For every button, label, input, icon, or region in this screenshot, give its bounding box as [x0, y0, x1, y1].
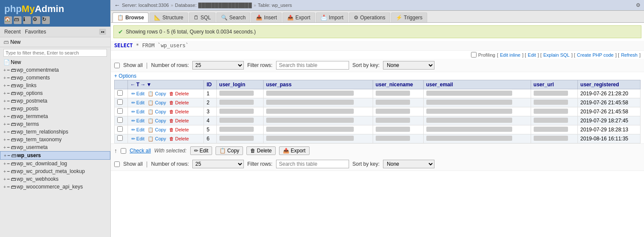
- create-php-code-link[interactable]: Create PHP code: [577, 52, 614, 58]
- minus-icon[interactable]: −: [7, 184, 10, 190]
- show-all-checkbox-top[interactable]: [114, 63, 120, 68]
- sidebar-item-wp-options[interactable]: +− 🗃 wp_options: [0, 89, 110, 97]
- edit-button[interactable]: ✏ Edit: [131, 100, 146, 106]
- expand-icon[interactable]: +: [3, 106, 6, 111]
- gear-icon[interactable]: ⚙: [636, 2, 641, 8]
- minus-icon[interactable]: −: [7, 144, 10, 150]
- tab-insert[interactable]: 📥 Insert: [251, 12, 282, 22]
- filter-rows-input-bottom[interactable]: [276, 160, 349, 168]
- profiling-checkbox[interactable]: [471, 52, 477, 58]
- scroll-up-icon[interactable]: ↑: [114, 147, 117, 154]
- delete-button[interactable]: 🗑 Delete: [168, 109, 190, 114]
- sidebar-item-wp-posts[interactable]: +− 🗃 wp_posts: [0, 105, 110, 112]
- minus-icon[interactable]: −: [7, 129, 10, 135]
- check-all-checkbox[interactable]: [121, 148, 126, 154]
- expand-icon[interactable]: +: [3, 91, 6, 96]
- expand-icon[interactable]: +: [3, 177, 6, 182]
- th-user-login[interactable]: user_login: [216, 80, 263, 89]
- row-checkbox[interactable]: [117, 90, 123, 96]
- breadcrumb-db-value[interactable]: ████████████████: [198, 3, 252, 8]
- edit-button[interactable]: ✏ Edit: [131, 91, 146, 97]
- minus-icon[interactable]: −: [7, 75, 10, 81]
- tab-export[interactable]: 📤 Export: [283, 12, 315, 22]
- expand-icon[interactable]: +: [3, 114, 6, 119]
- breadcrumb-table[interactable]: Table: wp_users: [258, 3, 292, 8]
- minus-icon[interactable]: −: [7, 67, 10, 73]
- minus-icon[interactable]: −: [7, 90, 10, 96]
- recent-link[interactable]: Recent: [4, 29, 21, 35]
- sidebar-item-wp-links[interactable]: +− 🗃 wp_links: [0, 82, 110, 89]
- tab-search[interactable]: 🔍 Search: [216, 12, 250, 22]
- edit-button[interactable]: ✏ Edit: [131, 109, 146, 115]
- delete-button[interactable]: 🗑 Delete: [168, 100, 190, 105]
- sort-by-key-select-bottom[interactable]: None PRIMARY: [383, 160, 434, 168]
- sidebar-item-new[interactable]: 📄 New: [0, 58, 110, 66]
- back-button[interactable]: ←: [114, 2, 120, 9]
- edit-link[interactable]: Edit: [528, 52, 536, 58]
- expand-icon[interactable]: +: [3, 161, 6, 166]
- sidebar-item-wp-users[interactable]: +− 🗃 wp_users: [0, 151, 110, 160]
- minus-icon[interactable]: −: [7, 121, 10, 127]
- sidebar-item-wp-postmeta[interactable]: +− 🗃 wp_postmeta: [0, 97, 110, 105]
- check-all-link[interactable]: Check all: [130, 148, 151, 154]
- sidebar-item-wp-woocommerce-api-keys[interactable]: +− 🗃 wp_woocommerce_api_keys: [0, 183, 110, 191]
- minus-icon[interactable]: −: [7, 137, 10, 143]
- sidebar-item-wp-wc-product-meta-lookup[interactable]: +− 🗃 wp_wc_product_meta_lookup: [0, 167, 110, 175]
- minus-icon[interactable]: −: [7, 98, 10, 104]
- tab-triggers[interactable]: ⚡ Triggers: [391, 12, 428, 22]
- sidebar-item-wp-usermeta[interactable]: +− 🗃 wp_usermeta: [0, 143, 110, 151]
- tab-sql[interactable]: 🗒 SQL: [189, 12, 216, 22]
- tab-browse[interactable]: 📋 Browse: [112, 12, 149, 22]
- edit-button[interactable]: ✏ Edit: [131, 136, 146, 142]
- show-all-checkbox-bottom[interactable]: [114, 161, 120, 167]
- minus-icon[interactable]: −: [7, 113, 10, 119]
- bottom-copy-button[interactable]: 📋 Copy: [216, 146, 243, 155]
- sidebar-item-wp-wc-webhooks[interactable]: +− 🗃 wp_wc_webhooks: [0, 175, 110, 183]
- expand-icon[interactable]: +: [3, 130, 6, 134]
- delete-button[interactable]: 🗑 Delete: [168, 127, 190, 132]
- th-user-nicename[interactable]: user_nicename: [373, 80, 423, 89]
- sidebar-item-wp-comments[interactable]: +− 🗃 wp_comments: [0, 74, 110, 82]
- th-id[interactable]: ID: [204, 80, 216, 89]
- copy-button[interactable]: 📋 Copy: [147, 136, 167, 142]
- sidebar-item-wp-terms[interactable]: +− 🗃 wp_terms: [0, 120, 110, 128]
- th-user-registered[interactable]: user_registered: [577, 80, 640, 89]
- sidebar-item-wp-term-relationships[interactable]: +− 🗃 wp_term_relationships: [0, 128, 110, 136]
- favorites-link[interactable]: Favorites: [25, 29, 46, 35]
- sidebar-item-wp-termmeta[interactable]: +− 🗃 wp_termmeta: [0, 112, 110, 120]
- edit-button[interactable]: ✏ Edit: [131, 127, 146, 133]
- copy-button[interactable]: 📋 Copy: [147, 91, 167, 97]
- delete-button[interactable]: 🗑 Delete: [168, 118, 190, 123]
- options-link[interactable]: + Options: [114, 73, 137, 79]
- bottom-delete-button[interactable]: 🗑 Delete: [246, 146, 276, 155]
- tab-operations[interactable]: ⚙ Operations: [349, 12, 390, 22]
- bottom-export-button[interactable]: 📤 Export: [279, 146, 310, 155]
- expand-icon[interactable]: +: [3, 76, 6, 80]
- expand-icon[interactable]: +: [3, 185, 6, 189]
- tab-import[interactable]: 📩 Import: [316, 12, 348, 22]
- sidebar-item-wp-wc-download-log[interactable]: +− 🗃 wp_wc_download_log: [0, 160, 110, 167]
- th-user-email[interactable]: user_email: [423, 80, 531, 89]
- row-checkbox[interactable]: [117, 99, 123, 105]
- sort-left-icon[interactable]: ←: [131, 82, 136, 88]
- minus-icon[interactable]: −: [7, 106, 10, 112]
- copy-button[interactable]: 📋 Copy: [147, 109, 167, 115]
- expand-icon[interactable]: +: [3, 145, 6, 150]
- minus-icon[interactable]: −: [7, 176, 10, 182]
- delete-button[interactable]: 🗑 Delete: [168, 91, 190, 96]
- copy-button[interactable]: 📋 Copy: [147, 127, 167, 133]
- expand-icon[interactable]: +: [3, 68, 6, 73]
- expand-icon[interactable]: +: [3, 99, 6, 103]
- delete-button[interactable]: 🗑 Delete: [168, 136, 190, 141]
- more-button[interactable]: ••: [99, 29, 106, 35]
- sidebar-filter-input[interactable]: [3, 49, 107, 57]
- number-rows-select-top[interactable]: 25 50 100: [192, 61, 244, 70]
- sort-by-key-select-top[interactable]: None PRIMARY: [383, 61, 434, 70]
- sidebar-item-wp-term-taxonomy[interactable]: +− 🗃 wp_term_taxonomy: [0, 136, 110, 143]
- expand-icon[interactable]: +: [3, 169, 6, 174]
- expand-icon[interactable]: +: [4, 153, 6, 158]
- expand-icon[interactable]: +: [3, 137, 6, 142]
- copy-button[interactable]: 📋 Copy: [147, 118, 167, 124]
- th-user-pass[interactable]: user_pass: [263, 80, 373, 89]
- bottom-edit-button[interactable]: ✏ Edit: [190, 146, 213, 155]
